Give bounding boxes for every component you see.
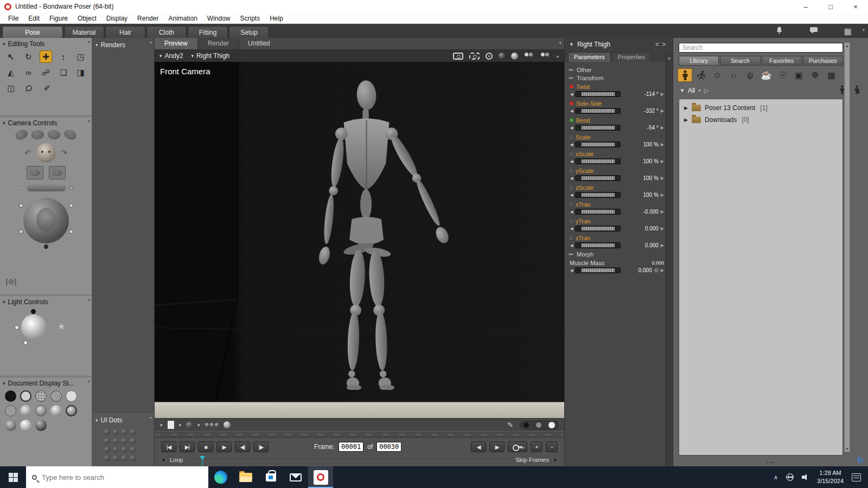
figure-style-icon[interactable] xyxy=(186,422,193,428)
hair-category-icon[interactable]: ∩ xyxy=(726,68,741,82)
dial-slider[interactable] xyxy=(575,267,621,273)
dial-slider[interactable] xyxy=(575,175,621,181)
ui-dot[interactable] xyxy=(122,455,127,461)
sun-light-icon[interactable]: ✳ xyxy=(58,322,65,332)
section-other[interactable]: Other xyxy=(577,67,592,73)
menu-edit[interactable]: Edit xyxy=(23,15,44,22)
style-shadow-icon[interactable] xyxy=(35,420,47,431)
dial-flyout-icon[interactable]: ▶ xyxy=(661,142,664,147)
ui-dot[interactable] xyxy=(130,438,136,444)
right-hand-camera-icon[interactable] xyxy=(63,128,78,141)
actor-menu[interactable]: Right Thigh xyxy=(196,52,229,60)
scene-category-icon[interactable]: ▦ xyxy=(824,68,839,82)
panel-menu-icon[interactable]: ▾ xyxy=(88,298,90,303)
translate-tool-icon[interactable]: ✚ xyxy=(40,50,52,63)
direct-manipulation-tool-icon[interactable]: ◫ xyxy=(5,82,17,94)
figure-menu[interactable]: Andy2 xyxy=(165,52,183,60)
style-texture-icon[interactable] xyxy=(35,405,47,416)
dial-left-arrow-icon[interactable]: ◀ xyxy=(570,243,573,248)
dial-flyout-icon[interactable]: ▶ xyxy=(661,209,664,214)
skip-frames-toggle[interactable] xyxy=(553,458,558,463)
panel-menu-icon[interactable]: ▾ xyxy=(150,415,152,420)
taskbar-store[interactable] xyxy=(258,466,283,488)
rotate-right-icon[interactable]: ↷ xyxy=(61,148,68,158)
dial-flyout-icon[interactable]: ▶ xyxy=(661,243,664,248)
layout-grid-icon[interactable]: ▦ xyxy=(844,27,852,35)
first-frame-button[interactable]: |◀ xyxy=(161,441,176,452)
dial-left-arrow-icon[interactable]: ◀ xyxy=(570,109,573,113)
edit-pencil-icon[interactable]: ✎ xyxy=(507,421,513,429)
dial-slider[interactable] xyxy=(575,209,621,215)
ui-dot[interactable] xyxy=(113,447,118,452)
tab-favorites[interactable]: Favorites xyxy=(762,56,802,66)
expand-triangle-icon[interactable]: ▶ xyxy=(684,105,688,111)
tab-cloth[interactable]: Cloth xyxy=(146,26,187,38)
last-frame-button[interactable]: ▶| xyxy=(180,441,195,452)
dial-left-arrow-icon[interactable]: ◀ xyxy=(570,268,573,273)
dial-left-arrow-icon[interactable]: ◀ xyxy=(570,126,573,130)
ui-dot[interactable] xyxy=(104,447,110,452)
expressions-category-icon[interactable]: ☺ xyxy=(710,68,725,82)
tab-preview[interactable]: Preview xyxy=(155,38,198,49)
delete-key-button[interactable]: − xyxy=(546,441,558,452)
dial-slider[interactable] xyxy=(575,142,621,147)
menu-scripts[interactable]: Scripts xyxy=(235,15,265,22)
dial-flyout-icon[interactable]: ▶ xyxy=(661,159,664,164)
expand-icon[interactable]: ▸ xyxy=(557,53,559,59)
play-button[interactable]: ▶ xyxy=(216,441,232,452)
dial-slider[interactable] xyxy=(575,91,621,97)
stop-button[interactable]: ■ xyxy=(198,441,213,452)
viewport-3d[interactable]: Front Camera xyxy=(155,62,564,418)
color-tool-icon[interactable]: ☍ xyxy=(40,66,52,79)
mannequin-figure[interactable] xyxy=(281,78,452,390)
multi-figure-icon[interactable] xyxy=(540,53,551,60)
ui-dot[interactable] xyxy=(130,455,136,461)
library-refresh-icon[interactable]: ↻ xyxy=(857,455,864,465)
tracking-dot-fast-icon[interactable] xyxy=(536,422,541,428)
add-to-library-icon[interactable] xyxy=(853,85,860,96)
left-hand-cam-chip[interactable] xyxy=(27,166,43,179)
playhead-marker[interactable] xyxy=(200,456,205,460)
taskbar-clock[interactable]: 1:28 AM 3/15/2024 xyxy=(817,469,844,485)
chevron-down-icon[interactable]: ▾ xyxy=(197,422,200,428)
style-wireframe-icon[interactable] xyxy=(35,390,47,402)
trackball-orb[interactable] xyxy=(69,203,73,208)
morph-visibility-icon[interactable]: ⊙ xyxy=(654,267,658,273)
trackball-sphere[interactable] xyxy=(23,198,69,243)
next-key-button[interactable]: ▶ xyxy=(489,441,505,452)
style-outline-icon[interactable] xyxy=(20,390,31,402)
ui-dot[interactable] xyxy=(113,455,118,461)
ui-dot[interactable] xyxy=(130,447,136,452)
document-style-icon[interactable] xyxy=(168,421,174,429)
library-filter-label[interactable]: All xyxy=(688,87,695,94)
dial-flyout-icon[interactable]: ▶ xyxy=(661,176,664,181)
dial-flyout-icon[interactable]: ▶ xyxy=(661,92,664,97)
ui-dot[interactable] xyxy=(104,429,110,435)
panel-menu-icon[interactable]: ▾ xyxy=(559,38,561,49)
style-texture-shaded-icon[interactable] xyxy=(20,420,31,431)
panel-menu-icon[interactable]: ▾ xyxy=(88,379,90,384)
menu-help[interactable]: Help xyxy=(265,15,288,22)
camera-flyaround-icon[interactable]: [◎] xyxy=(6,278,17,285)
volume-icon[interactable] xyxy=(802,474,809,480)
style-cartoon-icon[interactable] xyxy=(5,420,16,431)
expand-triangle-icon[interactable]: ▶ xyxy=(684,117,688,123)
collapse-caret-icon[interactable]: ▾ xyxy=(3,299,5,305)
prev-actor-icon[interactable]: < xyxy=(655,41,662,48)
trackball-orb[interactable] xyxy=(19,229,23,234)
dial-slider[interactable] xyxy=(575,108,621,114)
chevron-down-icon[interactable]: ▾ xyxy=(698,88,701,93)
chevron-down-icon[interactable]: ▾ xyxy=(160,422,163,428)
scroll-up-icon[interactable]: ▲ xyxy=(845,44,849,48)
section-collapse-icon[interactable] xyxy=(569,77,573,79)
chevron-down-icon[interactable]: ▾ xyxy=(179,422,182,428)
taskbar-search[interactable] xyxy=(26,466,208,488)
style-smooth-icon[interactable] xyxy=(20,405,31,416)
section-collapse-icon[interactable] xyxy=(569,253,573,255)
close-button[interactable]: × xyxy=(843,0,868,13)
view-magnifier-tool-icon[interactable]: Ϙ xyxy=(20,79,38,97)
taskbar-edge[interactable] xyxy=(208,466,233,488)
total-frames-field[interactable]: 00030 xyxy=(376,442,401,452)
figures-category-icon[interactable] xyxy=(678,68,692,82)
library-search-input[interactable] xyxy=(679,43,843,53)
